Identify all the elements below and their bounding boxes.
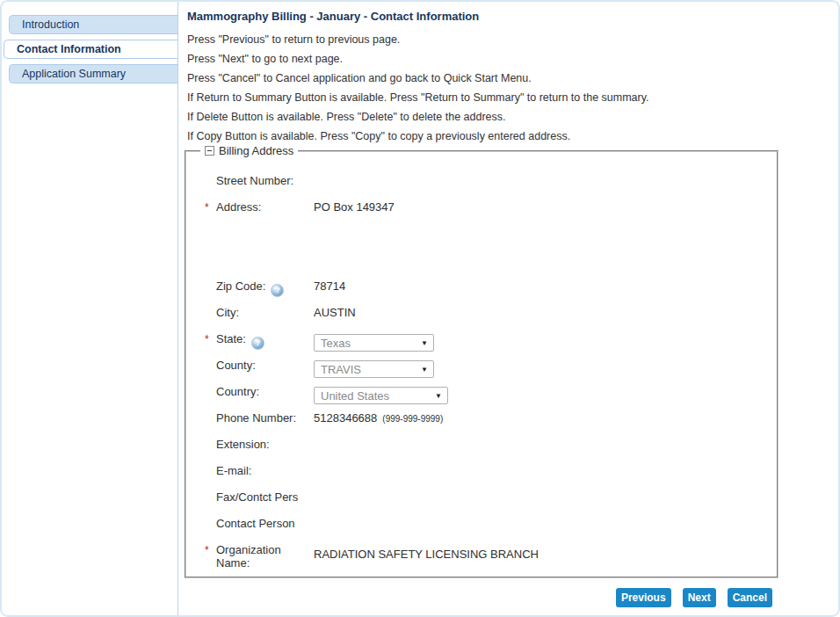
sidebar: IntroductionContact InformationApplicati…: [2, 2, 178, 615]
required-marker: *: [205, 201, 209, 214]
field-label-text: E-mail:: [216, 464, 251, 477]
field-label-text: Country:: [216, 385, 259, 398]
selected-option: Texas: [321, 337, 351, 350]
cancel-button[interactable]: Cancel: [728, 588, 772, 607]
field-label-text: County:: [216, 359, 256, 372]
county-select[interactable]: TRAVIS▼: [314, 360, 434, 378]
field-label: City:: [216, 300, 314, 326]
field-label-text: Organization Name:: [216, 543, 281, 570]
form-row-zip-code: Zip Code:?78714: [186, 273, 777, 300]
page-title: Mammography Billing - January - Contact …: [187, 10, 838, 23]
application-window: IntroductionContact InformationApplicati…: [0, 0, 840, 617]
field-value: 78714: [314, 279, 345, 293]
field-label-text: Address:: [216, 200, 261, 214]
country-select[interactable]: United States▼: [314, 387, 448, 404]
selected-option: United States: [321, 389, 389, 403]
chevron-down-icon: ▼: [421, 366, 428, 374]
field-label-text: Street Number:: [216, 174, 293, 187]
field-label-text: State:: [216, 332, 246, 345]
chevron-down-icon: ▼: [435, 392, 442, 400]
billing-address-fieldset: Billing Address Street Number:*Address:P…: [185, 150, 778, 578]
field-value-cell: TRAVIS▼: [314, 352, 434, 379]
field-label: Street Number:: [216, 168, 314, 194]
field-label: Fax/Contct Pers: [216, 484, 314, 511]
field-label-text: Fax/Contct Pers: [216, 490, 298, 504]
field-value-cell: PO Box 149347: [314, 194, 395, 273]
field-value-cell: 5128346688(999-999-9999): [314, 405, 443, 432]
field-value-cell: AUSTIN: [314, 300, 356, 326]
field-label-text: City:: [216, 306, 239, 319]
fieldset-legend: Billing Address: [200, 144, 298, 157]
field-label: Extension:: [216, 432, 314, 458]
next-button[interactable]: Next: [683, 588, 716, 607]
footer: PreviousNextCancel: [185, 588, 778, 607]
field-label: State:?: [216, 326, 314, 352]
instruction-text: If Copy Button is available. Press "Copy…: [187, 130, 838, 143]
form-row-organization-name: *Organization Name:RADIATION SAFETY LICE…: [186, 537, 777, 576]
form-row-address: *Address:PO Box 149347: [186, 194, 777, 273]
field-label: County:: [216, 352, 314, 379]
format-hint: (999-999-9999): [382, 411, 443, 424]
field-value-cell: 78714: [314, 273, 345, 300]
field-value: 5128346688: [314, 411, 377, 425]
state-select[interactable]: Texas▼: [314, 334, 434, 352]
field-label-text: Phone Number:: [216, 411, 296, 425]
instruction-text: If Delete Button is available. Press "De…: [187, 111, 838, 124]
field-label: Organization Name:: [216, 537, 314, 576]
field-label: Country:: [216, 379, 314, 405]
instruction-text: Press "Next" to go to next page.: [187, 53, 838, 66]
field-label: Zip Code:?: [216, 273, 314, 300]
required-marker: *: [205, 333, 209, 345]
instruction-text: Press "Previous" to return to previous p…: [187, 33, 838, 47]
help-icon[interactable]: ?: [251, 337, 264, 350]
field-label: Address:: [216, 194, 314, 273]
sidebar-tab-application-summary[interactable]: Application Summary: [9, 64, 177, 83]
field-value-cell: RADIATION SAFETY LICENSING BRANCH: [314, 537, 539, 576]
field-label-text: Extension:: [216, 438, 270, 451]
field-label: Phone Number:: [216, 405, 314, 432]
field-value-cell: United States▼: [314, 379, 448, 405]
form-row-extension: Extension:: [186, 432, 777, 458]
form-row-country: Country:United States▼: [186, 379, 777, 405]
instruction-text: If Return to Summary Button is available…: [187, 91, 838, 105]
previous-button[interactable]: Previous: [616, 588, 671, 607]
help-icon[interactable]: ?: [271, 284, 284, 297]
form-row-e-mail: E-mail:: [186, 458, 777, 484]
field-label: E-mail:: [216, 458, 314, 484]
form-row-street-number: Street Number:: [186, 168, 777, 194]
form-row-city: City:AUSTIN: [186, 300, 777, 326]
form-row-fax-contct-pers: Fax/Contct Pers: [186, 484, 777, 511]
instructions: Press "Previous" to return to previous p…: [185, 33, 838, 143]
field-value: AUSTIN: [314, 306, 356, 319]
field-label: Contact Person: [216, 511, 314, 537]
selected-option: TRAVIS: [321, 363, 361, 376]
form-row-state: *State:?Texas▼: [186, 326, 777, 352]
chevron-down-icon: ▼: [421, 339, 428, 347]
field-value-cell: Texas▼: [314, 326, 434, 352]
field-value: RADIATION SAFETY LICENSING BRANCH: [314, 548, 539, 561]
sidebar-tab-introduction[interactable]: Introduction: [9, 15, 177, 34]
main-content: Mammography Billing - January - Contact …: [178, 2, 838, 615]
form-row-contact-person: Contact Person: [186, 511, 777, 537]
form-fields: Street Number:*Address:PO Box 149347Zip …: [186, 152, 777, 576]
fieldset-legend-label: Billing Address: [219, 144, 293, 157]
field-label-text: Contact Person: [216, 517, 295, 530]
form-row-phone-number: Phone Number:5128346688(999-999-9999): [186, 405, 777, 432]
instruction-text: Press "Cancel" to Cancel application and…: [187, 72, 838, 85]
form-row-county: County:TRAVIS▼: [186, 352, 777, 379]
field-label-text: Zip Code:: [216, 279, 265, 293]
required-marker: *: [205, 544, 209, 556]
sidebar-tab-contact-information[interactable]: Contact Information: [4, 40, 177, 59]
field-value: PO Box 149347: [314, 200, 395, 214]
collapse-icon[interactable]: [205, 146, 214, 156]
